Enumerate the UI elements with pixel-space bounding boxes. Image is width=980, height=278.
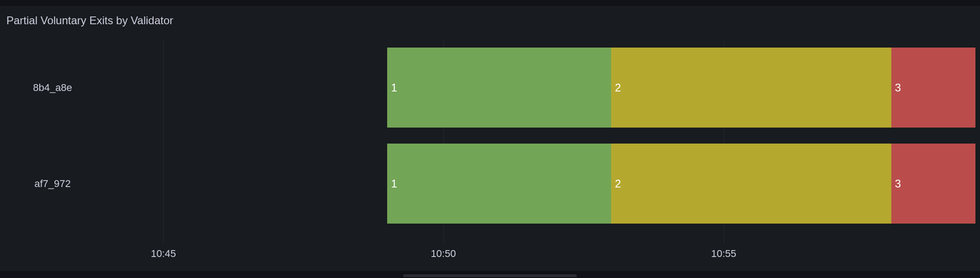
- plot-area: 1 2 3 1 2 3: [107, 41, 975, 265]
- chart-area[interactable]: 8b4_a8e af7_972 1 2 3 1 2 3 10:45 10:50 …: [0, 41, 980, 265]
- x-axis-tick: 10:45: [151, 248, 176, 260]
- chart-row: 1 2 3: [107, 48, 975, 128]
- bar-segment[interactable]: 2: [611, 144, 891, 224]
- horizontal-scrollbar[interactable]: [403, 274, 577, 277]
- chart-row: 1 2 3: [107, 144, 975, 224]
- bar-segment[interactable]: 1: [387, 48, 611, 128]
- x-axis-tick: 10:55: [711, 248, 736, 260]
- x-axis-tick: 10:50: [431, 248, 456, 260]
- y-axis-label: 8b4_a8e: [0, 82, 105, 94]
- y-axis-label: af7_972: [0, 178, 105, 190]
- chart-panel: Partial Voluntary Exits by Validator 8b4…: [0, 6, 980, 271]
- panel-title: Partial Voluntary Exits by Validator: [0, 6, 980, 27]
- bar-segment[interactable]: 3: [891, 48, 975, 128]
- bar-segment[interactable]: 1: [387, 144, 611, 224]
- y-axis-labels: 8b4_a8e af7_972: [0, 41, 105, 265]
- x-axis: 10:45 10:50 10:55: [107, 244, 975, 265]
- bar-segment[interactable]: 2: [611, 48, 891, 128]
- bar-segment[interactable]: 3: [891, 144, 975, 224]
